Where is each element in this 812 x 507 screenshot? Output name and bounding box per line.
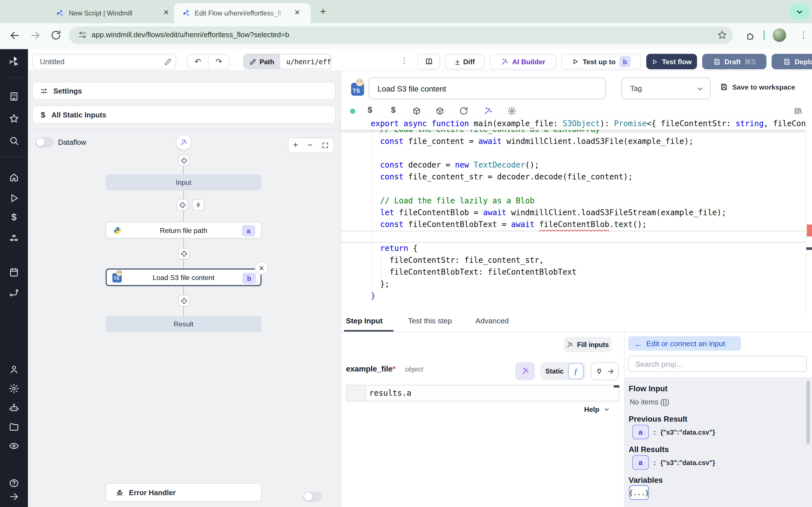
reset-icon[interactable] xyxy=(459,107,468,115)
previous-result-row[interactable]: a : {"s3":"data.csv"} xyxy=(632,425,715,439)
browser-tab-1[interactable]: New Script | Windmill ✕ xyxy=(48,3,176,23)
ai-flow-button[interactable] xyxy=(176,135,192,150)
tab-close-icon[interactable]: ✕ xyxy=(163,8,169,16)
variables-dollar-icon[interactable]: $ xyxy=(391,106,396,115)
search-icon[interactable] xyxy=(9,135,19,146)
library-panel-icon[interactable] xyxy=(794,107,802,115)
dataflow-toggle[interactable] xyxy=(35,137,54,148)
previous-result-value[interactable]: {"s3":"data.csv"} xyxy=(660,428,715,436)
add-step-button[interactable] xyxy=(176,199,188,210)
draft-button[interactable]: Draft ⌘S xyxy=(702,54,767,69)
expand-sidebar-icon[interactable] xyxy=(9,492,19,502)
flow-settings-button[interactable]: Settings xyxy=(32,82,336,100)
site-settings-icon[interactable] xyxy=(78,31,87,39)
test-flow-button[interactable]: Test flow xyxy=(646,54,697,69)
flow-result-node[interactable]: Result xyxy=(106,316,262,332)
all-results-row[interactable]: a : {"s3":"data.csv"} xyxy=(632,455,715,469)
undo-button[interactable]: ↶ xyxy=(188,57,208,66)
all-static-inputs-button[interactable]: $ All Static Inputs xyxy=(32,106,336,124)
extensions-icon[interactable] xyxy=(746,31,756,40)
deploy-button[interactable]: Deploy xyxy=(772,54,812,69)
package-icon-2[interactable] xyxy=(436,107,444,115)
back-icon[interactable] xyxy=(9,30,20,41)
overview-ruler[interactable] xyxy=(806,130,812,313)
help-icon[interactable] xyxy=(9,478,19,489)
editor-mini-scrollbar[interactable] xyxy=(614,385,619,387)
variables-object-badge[interactable]: {...} xyxy=(629,485,649,500)
redo-button[interactable]: ↷ xyxy=(209,57,229,66)
ai-builder-button[interactable]: AI Builder xyxy=(490,54,556,69)
connect-input-button[interactable]: ← Edit or connect an input xyxy=(628,336,741,351)
step-a-node[interactable]: Return file path a xyxy=(106,222,262,238)
test-up-to-button[interactable]: Test up to b xyxy=(561,54,641,69)
editor-settings-gear-icon[interactable] xyxy=(507,107,516,115)
diff-button[interactable]: ± Diff xyxy=(446,54,485,69)
resources-icon[interactable] xyxy=(9,234,19,244)
result-key-badge[interactable]: a xyxy=(632,425,649,439)
user-icon[interactable] xyxy=(9,364,19,375)
settings-gear-icon[interactable] xyxy=(9,383,19,394)
result-key-badge[interactable]: a xyxy=(632,455,649,469)
error-handler-row[interactable]: Error Handler xyxy=(106,483,262,502)
url-bar[interactable]: app.windmill.dev/flows/edit/u/henri/effo… xyxy=(69,26,733,44)
runs-icon[interactable] xyxy=(9,193,19,203)
tab-step-input[interactable]: Step Input xyxy=(346,317,383,325)
browser-menu-icon[interactable] xyxy=(799,30,808,40)
edit-pencil-icon[interactable] xyxy=(164,58,172,66)
windmill-logo[interactable] xyxy=(8,55,20,68)
ai-fill-arg-button[interactable] xyxy=(515,362,535,380)
fill-inputs-button[interactable]: Fill inputs xyxy=(564,337,612,352)
favorites-star-icon[interactable] xyxy=(9,113,19,124)
code-editor[interactable]: // Load the entire file_content as a Uin… xyxy=(341,130,806,313)
tab-close-icon[interactable]: ✕ xyxy=(294,8,300,16)
package-icon[interactable] xyxy=(412,107,421,115)
workers-robot-icon[interactable] xyxy=(9,402,19,413)
tag-select[interactable]: Tag xyxy=(621,78,711,100)
add-step-button[interactable] xyxy=(178,248,190,259)
schedules-icon[interactable] xyxy=(9,267,19,277)
add-trigger-button[interactable] xyxy=(192,199,204,210)
add-step-top-button[interactable] xyxy=(178,155,190,166)
step-b-node-selected[interactable]: TS Load S3 file content b xyxy=(106,269,262,286)
error-handler-toggle[interactable] xyxy=(303,492,322,502)
more-options-icon[interactable] xyxy=(400,56,409,65)
forward-icon[interactable] xyxy=(30,30,41,41)
save-to-workspace-button[interactable]: Save to workspace xyxy=(720,83,795,91)
docs-button[interactable] xyxy=(417,54,440,69)
remove-step-button[interactable]: ✕ xyxy=(255,262,268,275)
sidebar-scrollbar[interactable] xyxy=(806,381,810,444)
folders-icon[interactable] xyxy=(9,421,19,432)
step-name-input[interactable]: Load S3 file content xyxy=(369,78,606,100)
code-sticky-line[interactable]: export async function main(example_file:… xyxy=(341,118,806,130)
home-icon[interactable] xyxy=(9,172,19,183)
workspace-icon[interactable] xyxy=(9,91,19,101)
new-tab-icon[interactable]: + xyxy=(320,6,326,17)
flow-input-node[interactable]: Input xyxy=(106,174,262,190)
add-step-button[interactable] xyxy=(178,295,190,306)
help-toggle[interactable]: Help xyxy=(584,406,610,413)
browser-tab-2[interactable]: Edit Flow u/henri/effortless_fl ✕ xyxy=(174,3,311,23)
search-prop-input[interactable]: Search prop... xyxy=(628,356,807,372)
bookmark-star-icon[interactable] xyxy=(717,30,727,40)
ai-wand-icon[interactable] xyxy=(484,107,493,115)
assets-dollar-icon[interactable]: $ xyxy=(368,106,372,115)
fit-view-icon[interactable] xyxy=(322,142,329,149)
flows-route-icon[interactable] xyxy=(9,288,19,298)
tab-test-this-step[interactable]: Test this step xyxy=(408,317,452,325)
fx-mode-button[interactable]: ƒ xyxy=(568,363,583,379)
tab-search-button[interactable] xyxy=(790,4,809,20)
arrow-right-icon[interactable] xyxy=(607,368,614,375)
avatar[interactable] xyxy=(772,29,786,42)
arg-value-editor[interactable]: results.a xyxy=(346,385,619,402)
flow-name-field[interactable]: Untitled xyxy=(32,54,176,69)
tab-advanced[interactable]: Advanced xyxy=(475,317,509,325)
reload-icon[interactable] xyxy=(51,30,61,41)
path-chip[interactable]: Path u/henri/eff xyxy=(243,54,331,69)
plug-icon[interactable] xyxy=(596,368,603,375)
all-results-value[interactable]: {"s3":"data.csv"} xyxy=(660,459,715,466)
static-fx-toggle[interactable]: Static ƒ xyxy=(540,362,586,380)
variables-icon[interactable]: $ xyxy=(9,212,19,223)
audit-eye-icon[interactable] xyxy=(9,441,19,451)
zoom-in-icon[interactable]: + xyxy=(293,140,298,151)
zoom-out-icon[interactable]: − xyxy=(307,140,312,151)
